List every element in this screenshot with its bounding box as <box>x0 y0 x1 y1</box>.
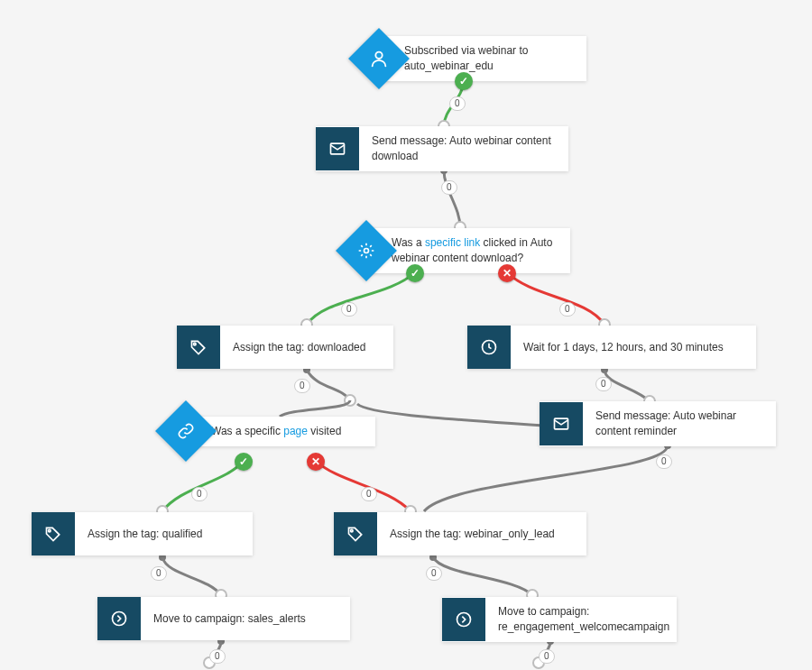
delay-counter: 0 <box>449 96 466 111</box>
delay-counter: 0 <box>294 379 310 393</box>
check-icon: ✓ <box>235 453 253 471</box>
svg-point-32 <box>351 529 354 532</box>
svg-point-9 <box>345 395 355 406</box>
send-message-node-2[interactable]: Send message: Auto webinar content remin… <box>540 401 776 446</box>
workflow-canvas[interactable]: Subscribed via webinar to auto_webinar_e… <box>0 0 812 670</box>
tag-icon <box>334 512 377 555</box>
trigger-text: Subscribed via webinar to auto_webinar_e… <box>379 36 586 81</box>
wait-node[interactable]: Wait for 1 days, 12 hours, and 30 minute… <box>467 326 756 369</box>
tag-icon <box>32 512 75 555</box>
specific-link[interactable]: specific link <box>425 236 480 249</box>
mail-icon <box>316 127 359 170</box>
delay-counter: 0 <box>151 566 167 581</box>
arrow-right-circle-icon <box>442 598 485 641</box>
move-campaign-text: Move to campaign: sales_alerts <box>141 604 350 634</box>
send-message-text: Send message: Auto webinar content downl… <box>359 126 568 171</box>
send-message-node-1[interactable]: Send message: Auto webinar content downl… <box>316 126 568 171</box>
delay-counter: 0 <box>341 302 357 317</box>
tag-icon <box>177 326 220 369</box>
mail-icon <box>540 402 583 445</box>
delay-counter: 0 <box>426 566 442 581</box>
svg-point-28 <box>194 343 197 345</box>
check-icon: ✓ <box>455 72 473 90</box>
move-campaign-reengagement-node[interactable]: Move to campaign: re_engagement_welcomec… <box>442 597 677 642</box>
send-message-text: Send message: Auto webinar content remin… <box>583 401 776 446</box>
delay-counter: 0 <box>539 649 555 664</box>
tag-text: Assign the tag: webinar_only_lead <box>377 519 586 549</box>
arrow-right-circle-icon <box>97 597 141 640</box>
x-icon: ✕ <box>498 264 516 282</box>
trigger-node[interactable]: Subscribed via webinar to auto_webinar_e… <box>379 36 586 81</box>
assign-tag-qualified-node[interactable]: Assign the tag: qualified <box>32 512 253 555</box>
wait-text: Wait for 1 days, 12 hours, and 30 minute… <box>511 333 756 363</box>
condition-link-click-node[interactable]: Was a specific link clicked in Auto webi… <box>366 228 570 273</box>
delay-counter: 0 <box>595 377 612 391</box>
svg-point-31 <box>49 529 51 532</box>
tag-text: Assign the tag: qualified <box>75 519 253 549</box>
page-link[interactable]: page <box>283 425 308 437</box>
svg-point-25 <box>375 51 382 58</box>
x-icon: ✕ <box>307 453 325 471</box>
condition-page-visit-node[interactable]: Was a specific page visited <box>186 417 375 446</box>
delay-counter: 0 <box>191 487 208 501</box>
delay-counter: 0 <box>559 302 576 317</box>
svg-point-34 <box>457 612 471 626</box>
move-campaign-sales-node[interactable]: Move to campaign: sales_alerts <box>97 597 350 640</box>
tag-text: Assign the tag: downloaded <box>220 333 393 363</box>
svg-point-33 <box>113 612 126 626</box>
clock-icon <box>467 326 511 369</box>
move-campaign-text: Move to campaign: re_engagement_welcomec… <box>485 597 682 642</box>
assign-tag-downloaded-node[interactable]: Assign the tag: downloaded <box>177 326 393 369</box>
delay-counter: 0 <box>209 649 226 664</box>
assign-tag-webinar-only-lead-node[interactable]: Assign the tag: webinar_only_lead <box>334 512 586 555</box>
link-icon <box>155 400 217 462</box>
svg-point-27 <box>364 248 369 252</box>
delay-counter: 0 <box>656 454 672 469</box>
delay-counter: 0 <box>361 487 377 501</box>
delay-counter: 0 <box>441 180 457 195</box>
check-icon: ✓ <box>406 264 424 282</box>
